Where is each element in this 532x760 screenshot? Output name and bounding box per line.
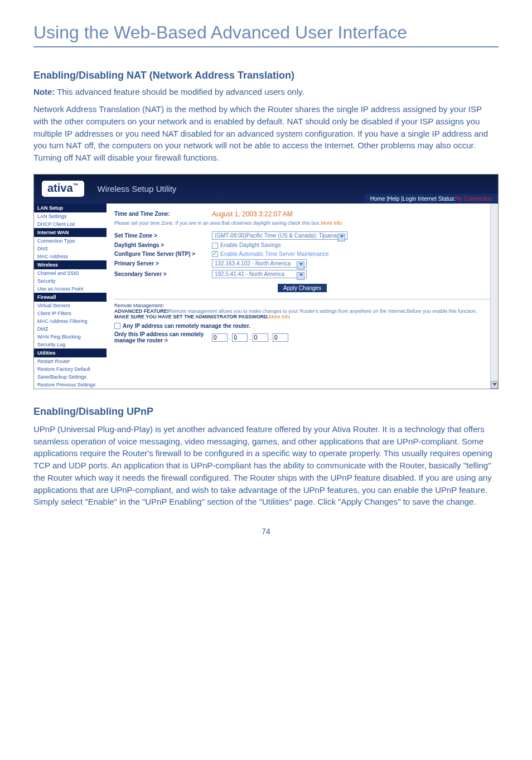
nav-item[interactable]: LAN Settings (34, 212, 107, 220)
note-text: This advanced feature should be modified… (55, 87, 304, 96)
nav-item[interactable]: Virtual Servers (34, 302, 107, 309)
set-time-zone-label: Set Time Zone > (114, 233, 212, 239)
nav-item[interactable]: Restore Factory Default (34, 365, 107, 373)
remote-management-heading: Remote Management: (114, 303, 490, 308)
nav-group-header: Internet WAN (34, 228, 107, 237)
ip-octet-3[interactable] (253, 333, 268, 342)
ntp-cb-label: Enable Automatic Time Server Maintenance (220, 251, 329, 257)
app-title: Wireless Setup Utility (98, 184, 177, 193)
apply-changes-button[interactable]: Apply Changes (278, 284, 327, 292)
more-info-link[interactable]: More Info (269, 314, 290, 320)
header-links[interactable]: Home |Help |Login Internet Status: (370, 196, 456, 202)
nav-item[interactable]: MAC Address Filtering (34, 317, 107, 325)
chevron-down-icon (299, 274, 303, 276)
nav-item[interactable]: Security (34, 277, 107, 285)
ntp-label: Configure Time Server (NTP) > (114, 251, 212, 257)
section-upnp-heading: Enabling/Disabling UPnP (33, 406, 499, 418)
section-nat-heading: Enabling/Disabling NAT (Network Address … (33, 70, 499, 81)
app-header: ativa™ Wireless Setup Utility Home |Help… (34, 175, 498, 204)
more-info-link[interactable]: More Info (321, 220, 342, 226)
note-label: Note: (33, 87, 55, 96)
main-panel: Time and Time Zone: August 1, 2003 3:22:… (107, 204, 498, 389)
page-title: Using the Web-Based Advanced User Interf… (33, 22, 499, 47)
nav-group-header: Utilities (34, 348, 107, 357)
ip-octet-1[interactable] (212, 333, 228, 342)
daylight-savings-checkbox[interactable] (212, 243, 218, 249)
time-zone-desc: Please set your time Zone. If you are in… (114, 220, 490, 226)
daylight-savings-label: Daylight Savings > (114, 242, 212, 248)
chevron-down-icon (299, 263, 303, 265)
header-status-bar: Home |Help |Login Internet Status:No Con… (365, 194, 498, 204)
nav-item[interactable]: DHCP Client List (34, 220, 107, 228)
nav-item[interactable]: DNS (34, 245, 107, 253)
divider (114, 299, 490, 299)
primary-server-label: Primary Server > (114, 260, 212, 267)
nav-item[interactable]: MAC Address (34, 253, 107, 260)
nav-item[interactable]: WAN Ping Blocking (34, 333, 107, 341)
ip-input-group: . . . (212, 333, 288, 342)
nav-item[interactable]: Connection Type (34, 237, 107, 245)
secondary-server-label: Secondary Server > (114, 271, 212, 277)
any-ip-checkbox[interactable] (114, 323, 120, 329)
time-zone-label: Time and Time Zone: (114, 211, 212, 217)
nav-item[interactable]: Save/Backup Settings (34, 373, 107, 381)
brand-logo: ativa™ (42, 181, 84, 197)
nat-body: Network Address Translation (NAT) is the… (33, 103, 499, 164)
nav-group-header: LAN Setup (34, 204, 107, 212)
ntp-checkbox[interactable] (212, 251, 218, 257)
primary-server-select[interactable]: 132.163.4.102 - North America (212, 259, 307, 268)
nav-item[interactable]: Client IP Filters (34, 309, 107, 317)
ip-octet-4[interactable] (273, 333, 288, 342)
current-time-value: August 1, 2003 3:22:07 AM (212, 210, 293, 218)
nav-item[interactable]: Security Log (34, 341, 107, 348)
nav-group-header: Wireless (34, 260, 107, 269)
any-ip-label: Any IP address can remotely manage the r… (123, 323, 250, 329)
page-number: 74 (33, 527, 499, 536)
remote-management-desc: ADVANCED FEATURE!Remote management allow… (114, 308, 490, 320)
time-zone-select[interactable]: (GMT-08:00)Pacific Time (US & Canada); T… (212, 231, 347, 240)
sidebar-nav: LAN SetupLAN SettingsDHCP Client ListInt… (34, 204, 107, 389)
nav-item[interactable]: Use as Access Point (34, 285, 107, 293)
chevron-down-icon (340, 235, 344, 238)
internet-status-value: No Connection (456, 196, 492, 202)
upnp-body: UPnP (Universal Plug-and-Play) is yet an… (33, 423, 499, 508)
note-line: Note: This advanced feature should be mo… (33, 87, 499, 96)
nav-item[interactable]: Restore Previous Settings (34, 381, 107, 389)
secondary-server-select[interactable]: 192.5.41.41 - North America (212, 270, 307, 278)
nav-item[interactable]: Restart Router (34, 357, 107, 365)
only-ip-label: Only this IP address can remotely manage… (114, 331, 212, 343)
ip-octet-2[interactable] (232, 333, 248, 342)
nav-item[interactable]: Channel and SSID (34, 269, 107, 277)
router-ui-screenshot: ativa™ Wireless Setup Utility Home |Help… (33, 174, 499, 389)
nav-item[interactable]: DMZ (34, 325, 107, 333)
nav-group-header: Firewall (34, 293, 107, 302)
daylight-savings-cb-label: Enable Daylight Savings (220, 242, 280, 248)
